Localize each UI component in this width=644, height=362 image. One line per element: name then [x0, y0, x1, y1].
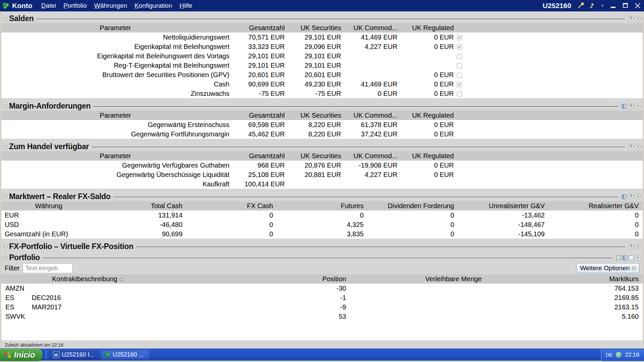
row-checkbox[interactable]: ✓	[457, 35, 462, 40]
expand-icon[interactable]: +	[635, 16, 641, 21]
price-cell: 2163.15	[488, 302, 643, 312]
column-header[interactable]: UK Securities	[288, 111, 344, 120]
expand-icon[interactable]: +	[635, 194, 641, 199]
help-icon[interactable]: ?	[628, 16, 634, 21]
section-title: Marktwert – Realer FX-Saldo	[9, 192, 111, 201]
start-label: Inicio	[14, 350, 35, 360]
table-row: Gegenwärtig Überschüssige Liquidität25,1…	[1, 170, 643, 179]
row-checkbox[interactable]: ✓	[457, 45, 462, 50]
column-header[interactable]: UK Commod...	[344, 151, 400, 161]
help-icon[interactable]: ?	[628, 244, 634, 249]
column-header[interactable]: UK Commod...	[344, 23, 400, 33]
section-toggle-icon[interactable]	[4, 256, 7, 259]
column-header[interactable]: UK Securities	[288, 23, 344, 33]
column-header[interactable]: UK Commod...	[344, 111, 400, 120]
column-header[interactable]: Gesamtzahl	[231, 151, 288, 161]
checkbox-cell: ✓	[457, 79, 468, 89]
status-bar: Zuletzt aktualisiert um 22:16	[1, 341, 643, 349]
section-toggle-icon[interactable]	[4, 17, 7, 20]
contract-expiry: DEC2016	[32, 294, 61, 302]
help-icon[interactable]: ?	[628, 144, 634, 149]
maximize-button[interactable]	[622, 3, 629, 9]
row-checkbox[interactable]	[457, 73, 462, 78]
minimize-button[interactable]	[610, 3, 617, 9]
close-button[interactable]	[634, 3, 641, 9]
value-cell: -19,908 EUR	[344, 161, 400, 170]
checkbox-cell: ✓	[457, 33, 468, 42]
menu-item-portfolio[interactable]: Portfolio	[63, 2, 87, 9]
filler-cell	[468, 51, 643, 61]
column-header[interactable]: Total Cash	[96, 201, 186, 210]
table-row: Eigenkapital mit Beleihungswert33,323 EU…	[1, 42, 643, 51]
column-header[interactable]: Parameter	[1, 151, 231, 161]
column-header[interactable]: Marktkurs	[488, 274, 643, 284]
grid-icon[interactable]	[622, 104, 627, 109]
more-options-button[interactable]: Weitere Optionen	[576, 263, 639, 273]
sort-icon[interactable]	[120, 278, 123, 281]
menu-item-währungen[interactable]: Währungen	[94, 2, 127, 9]
column-header[interactable]: Gesamtzahl	[231, 23, 288, 33]
menu-item-hilfe[interactable]: Hilfe	[179, 2, 192, 9]
row-checkbox[interactable]	[457, 63, 462, 68]
column-header[interactable]: Kontraktbeschreibung	[1, 274, 174, 284]
taskbar-button-konto[interactable]: U252160 ...	[101, 350, 150, 360]
grid-icon[interactable]	[623, 255, 627, 260]
portfolio-table: KontraktbeschreibungPositionVerleihbare …	[1, 274, 643, 321]
section-toggle-icon[interactable]	[4, 145, 7, 148]
column-header[interactable]: UK Regulated	[400, 151, 457, 161]
section-header-fx-portfolio: FX-Portfolio – Virtuelle FX-Position ? +	[1, 242, 643, 251]
column-header[interactable]: UK Regulated	[400, 111, 457, 120]
help-icon[interactable]: ?	[628, 104, 634, 109]
edit-icon[interactable]	[616, 255, 621, 260]
position-cell: -30	[174, 284, 355, 293]
section-title: Margin-Anforderungen	[9, 102, 91, 111]
window-icon[interactable]	[629, 255, 634, 260]
grid-icon[interactable]	[622, 194, 627, 199]
column-header[interactable]: FX Cash	[186, 201, 277, 210]
expand-icon[interactable]: +	[635, 144, 641, 149]
tray-status-icon[interactable]	[616, 352, 622, 358]
start-button[interactable]: Inicio	[0, 349, 43, 361]
column-header[interactable]: Dividenden Forderung	[368, 201, 458, 210]
column-header[interactable]: Parameter	[1, 23, 231, 33]
expand-icon[interactable]: +	[635, 255, 641, 260]
expand-icon[interactable]: +	[635, 104, 641, 109]
column-header[interactable]: Futures	[277, 201, 368, 210]
section-toggle-icon[interactable]	[4, 245, 7, 248]
menu-item-datei[interactable]: Datei	[41, 2, 56, 9]
keyboard-language-indicator[interactable]: DE	[606, 352, 613, 358]
filler-cell	[468, 170, 643, 179]
currency-cell: Gesamtzahl (in EUR)	[1, 229, 96, 239]
wrench-icon[interactable]	[577, 2, 584, 9]
column-header[interactable]: Verleihbare Menge	[355, 274, 488, 284]
menu-item-konfiguration[interactable]: Konfiguration	[135, 2, 172, 9]
value-cell	[400, 179, 457, 189]
coins-icon: $	[2, 2, 9, 9]
section-toggle-icon[interactable]	[4, 195, 7, 198]
portfolio-filter-input[interactable]	[23, 263, 72, 273]
column-header[interactable]: UK Securities	[288, 151, 344, 161]
section-toggle-icon[interactable]	[4, 105, 7, 108]
row-checkbox[interactable]: ✓	[457, 82, 462, 87]
column-header[interactable]: Position	[174, 274, 355, 284]
column-header[interactable]: Gesamtzahl	[231, 111, 288, 120]
taskbar-button-tws[interactable]: IB U252160 I...	[50, 350, 98, 360]
price-cell: 5.160	[488, 312, 643, 321]
filler-cell	[468, 120, 643, 129]
chevron-down-icon[interactable]: ▼	[601, 4, 604, 8]
taskbar-drag-handle[interactable]	[45, 351, 47, 359]
expand-icon[interactable]: +	[635, 244, 641, 249]
value-cell: -148,467	[458, 220, 549, 229]
value-cell: 45,462 EUR	[231, 129, 288, 139]
help-icon[interactable]: ?	[628, 194, 634, 199]
pin-icon[interactable]	[589, 2, 595, 9]
row-checkbox[interactable]	[457, 92, 462, 97]
parameter-cell: Eigenkapital mit Beleihungswert	[1, 42, 231, 51]
column-header[interactable]: Realisierter G&V	[549, 201, 643, 210]
column-header[interactable]: Währung	[1, 201, 96, 210]
column-header[interactable]: Parameter	[1, 111, 231, 120]
value-cell: 90,699	[96, 229, 186, 239]
row-checkbox[interactable]	[457, 54, 462, 59]
column-header[interactable]: UK Regulated	[400, 23, 457, 33]
column-header[interactable]: Unrealisierter G&V	[458, 201, 549, 210]
